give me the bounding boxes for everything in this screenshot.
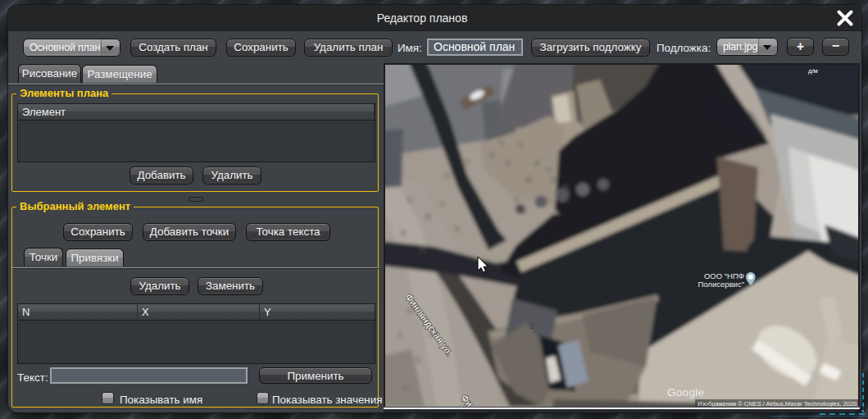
svg-text:Google: Google	[667, 386, 704, 399]
svg-text:д/м: д/м	[808, 67, 818, 75]
svg-text:Полисервис": Полисервис"	[698, 280, 744, 289]
svg-text:Изображения © CNES / Airbus,Ma: Изображения © CNES / Airbus,Maxar Techno…	[698, 400, 858, 408]
svg-text:2: 2	[529, 322, 534, 330]
